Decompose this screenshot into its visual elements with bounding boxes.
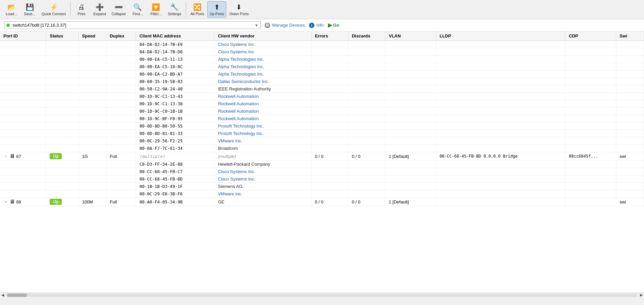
mac-row[interactable]: 00-0C-29-56-F2-25VMware Inc. bbox=[0, 137, 644, 145]
cell-port-id: −🖥67 bbox=[0, 152, 46, 161]
cell-duplex bbox=[106, 145, 136, 152]
toolbar-filter-button[interactable]: 🔽Filter... bbox=[147, 1, 165, 18]
cell-vendor: Alpha Technologies Inc. bbox=[214, 71, 311, 78]
cell-discards bbox=[348, 115, 385, 122]
cell-mac: 00-1B-1B-D3-49-1F bbox=[136, 183, 214, 190]
cell-speed bbox=[78, 71, 106, 78]
cell-status bbox=[46, 161, 79, 168]
mac-row[interactable]: 00-1B-1B-D3-49-1FSiemens AG, bbox=[0, 183, 644, 190]
cell-vendor: Rockwell Automation bbox=[214, 108, 311, 115]
quick-connect-label: Quick Connect bbox=[42, 12, 66, 16]
load-icon: 📂 bbox=[7, 3, 16, 11]
cell-mac: 00-1D-9C-C0-1B-1B bbox=[136, 108, 214, 115]
cell-vlan bbox=[385, 122, 436, 130]
toolbar-quick-connect-button[interactable]: ⚡Quick Connect bbox=[39, 1, 68, 18]
cell-duplex: Full bbox=[106, 152, 136, 161]
cell-duplex bbox=[106, 175, 136, 183]
cell-port-id bbox=[0, 93, 46, 100]
cell-discards bbox=[348, 85, 385, 93]
device-select-input[interactable] bbox=[12, 23, 255, 28]
mac-row[interactable]: 00-0A-F7-7C-61-34Broadcom bbox=[0, 145, 644, 152]
cell-cdp bbox=[565, 71, 616, 78]
mac-row[interactable]: 08-CC-68-45-FB-C7Cisco Systems Inc. bbox=[0, 168, 644, 175]
toolbar-collapse-button[interactable]: ➖Collapse bbox=[109, 1, 128, 18]
cell-lldp bbox=[436, 100, 565, 108]
mac-row[interactable]: 00-90-EA-C2-BD-A7Alpha Technologies Inc. bbox=[0, 71, 644, 78]
col-header-swi: Swi bbox=[616, 31, 644, 41]
toolbar-save-button[interactable]: 💾Save... bbox=[21, 1, 38, 18]
cell-swi bbox=[616, 115, 644, 122]
info-button[interactable]: i Info bbox=[309, 23, 324, 28]
go-button[interactable]: ▶ Go bbox=[328, 22, 339, 28]
toolbar-expand-button[interactable]: ➕Expand bbox=[91, 1, 108, 18]
mac-row[interactable]: 00-50-C2-9A-24-40IEEE Registration Autho… bbox=[0, 85, 644, 93]
mac-row[interactable]: 00-1D-9C-BF-F8-95Rockwell Automation bbox=[0, 115, 644, 122]
toolbar-print-button[interactable]: 🖨Print bbox=[73, 2, 90, 18]
down-ports-icon: ⬇ bbox=[236, 3, 242, 11]
mac-row[interactable]: 00-90-EA-C5-11-13Alpha Technologies Inc. bbox=[0, 56, 644, 63]
mac-row[interactable]: 00-90-EA-C5-10-8CAlpha Technologies Inc. bbox=[0, 63, 644, 71]
cell-lldp bbox=[436, 183, 565, 190]
cell-vendor: Alpha Technologies Inc. bbox=[214, 56, 311, 63]
mac-row[interactable]: 00-0D-8D-B0-50-55Prosoft Technology Inc. bbox=[0, 122, 644, 130]
expand-port-button[interactable]: − bbox=[3, 154, 8, 158]
cell-duplex bbox=[106, 93, 136, 100]
mac-row[interactable]: 00-1D-9C-C0-1B-1BRockwell Automation bbox=[0, 108, 644, 115]
mac-row[interactable]: C8-D3-FF-34-2E-88Hewlett-Packard Company bbox=[0, 161, 644, 168]
toolbar-load-button[interactable]: 📂Load... bbox=[3, 1, 20, 18]
cell-vendor: Cisco Systems Inc. bbox=[214, 175, 311, 183]
mac-row[interactable]: 00-0D-8D-81-01-33Prosoft Technology Inc. bbox=[0, 130, 644, 137]
save-label: Save... bbox=[24, 12, 35, 16]
cell-vlan bbox=[385, 108, 436, 115]
mac-row[interactable]: 00-60-35-19-58-83Dallas Semiconductor In… bbox=[0, 78, 644, 85]
scrollbar-thumb[interactable] bbox=[7, 294, 27, 297]
toolbar-up-ports-button[interactable]: ⬆Up Ports bbox=[207, 1, 227, 18]
expand-port-button[interactable]: + bbox=[3, 200, 8, 204]
scroll-right-arrow[interactable]: ▶ bbox=[639, 293, 644, 297]
cell-mac: 00-90-EA-C5-11-13 bbox=[136, 56, 214, 63]
cell-errors bbox=[311, 161, 348, 168]
cell-port-id bbox=[0, 122, 46, 130]
cell-status bbox=[46, 168, 79, 175]
cell-cdp bbox=[565, 190, 616, 198]
col-header-client-hw-vendor: Client HW vendor bbox=[214, 31, 311, 41]
mac-row[interactable]: 00-1D-9C-C1-13-43Rockwell Automation bbox=[0, 93, 644, 100]
mac-row[interactable]: 04-DA-D2-14-7B-E9Cisco Systems Inc. bbox=[0, 41, 644, 48]
cell-speed bbox=[78, 48, 106, 56]
cell-duplex bbox=[106, 41, 136, 48]
toolbar-all-ports-button[interactable]: 🔀All Ports bbox=[188, 1, 207, 18]
horizontal-scrollbar[interactable]: ◀ ▶ bbox=[0, 293, 644, 297]
cell-duplex: Full bbox=[106, 198, 136, 206]
cell-vendor: Rockwell Automation bbox=[214, 100, 311, 108]
cell-lldp bbox=[436, 161, 565, 168]
mac-row[interactable]: 00-1D-9C-C1-13-38Rockwell Automation bbox=[0, 100, 644, 108]
cell-discards bbox=[348, 130, 385, 137]
cell-lldp bbox=[436, 145, 565, 152]
mac-row[interactable]: 04-DA-D2-14-7B-D8Cisco Systems Inc. bbox=[0, 48, 644, 56]
scrollbar-track[interactable] bbox=[7, 294, 637, 297]
cell-port-id bbox=[0, 145, 46, 152]
toolbar-settings-button[interactable]: 🔧Settings bbox=[165, 1, 184, 18]
device-select-wrap[interactable]: ▼ bbox=[4, 21, 261, 29]
cell-port-id bbox=[0, 41, 46, 48]
port-row[interactable]: +🖥68Up100MFull00-A0-F4-05-34-9BGE0 / 00 … bbox=[0, 198, 644, 206]
cell-discards bbox=[348, 63, 385, 71]
toolbar-down-ports-button[interactable]: ⬇Down Ports bbox=[227, 1, 251, 18]
cell-mac: 00-0D-8D-81-01-33 bbox=[136, 130, 214, 137]
cell-status bbox=[46, 183, 79, 190]
cell-duplex bbox=[106, 183, 136, 190]
scroll-left-arrow[interactable]: ◀ bbox=[0, 293, 5, 297]
port-row[interactable]: −🖥67Up1GFull(multiple)(multiple)0 / 00 /… bbox=[0, 152, 644, 161]
cell-speed bbox=[78, 145, 106, 152]
manage-devices-button[interactable]: ⚙ Manage Devices bbox=[265, 23, 305, 28]
mac-row[interactable]: 00-0C-29-E6-3B-F6VMware Inc. bbox=[0, 190, 644, 198]
cell-lldp bbox=[436, 115, 565, 122]
cell-vendor: Dallas Semiconductor Inc. bbox=[214, 78, 311, 85]
mac-row[interactable]: 08-CC-68-45-FB-BDCisco Systems Inc. bbox=[0, 175, 644, 183]
cell-swi bbox=[616, 48, 644, 56]
cell-swi bbox=[616, 183, 644, 190]
device-dropdown-arrow[interactable]: ▼ bbox=[255, 23, 258, 27]
toolbar-find-button[interactable]: 🔍Find... bbox=[129, 1, 147, 18]
cell-lldp bbox=[436, 137, 565, 145]
status-badge: Up bbox=[50, 153, 62, 159]
